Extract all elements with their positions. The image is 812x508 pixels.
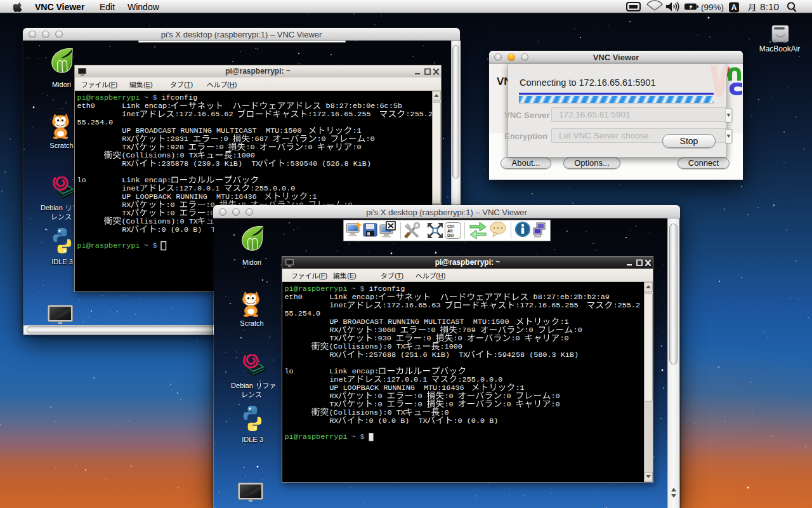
svg-text::0: :0 [551, 400, 560, 409]
svg-text::0: :0 [427, 326, 440, 335]
svg-text:TX: TX [285, 334, 339, 343]
svg-text:Debian: Debian [231, 382, 255, 389]
svg-text:RX: RX [77, 201, 131, 210]
svg-text::930: :930 [374, 334, 396, 343]
svg-text::0: :0 [219, 135, 233, 144]
svg-text:TX: TX [77, 143, 131, 152]
svg-text:(99%): (99%) [701, 3, 724, 12]
svg-text::255.2: :255.2 [613, 301, 640, 310]
svg-text:Del: Del [447, 233, 454, 237]
svg-text:RX: RX [285, 351, 339, 359]
svg-text::172.16.65.62: :172.16.65.62 [175, 110, 238, 119]
svg-text::0: :0 [374, 392, 387, 401]
svg-text::0 (0.0 B) TX: :0 (0.0 B) TX [365, 417, 428, 425]
svg-text:inet: inet [77, 184, 140, 193]
svg-text:Ctrl: Ctrl [447, 224, 454, 229]
svg-text::172.16.65.255: :172.16.65.255 [308, 110, 380, 119]
svg-text::257688 (251.6 KiB) TX: :257688 (251.6 KiB) TX [365, 351, 468, 359]
svg-text:ifconfig: ifconfig [157, 93, 198, 102]
svg-text:UP LOOPBACK RUNNING MTU:16436: UP LOOPBACK RUNNING MTU:16436 [285, 384, 473, 392]
svg-text:A: A [731, 3, 737, 12]
svg-text:(Collisions):0 TX: (Collisions):0 TX [329, 408, 405, 417]
svg-text::0: :0 [560, 334, 569, 343]
svg-text:inet: inet [77, 110, 140, 119]
svg-text::127.0.0.1: :127.0.0.1 [383, 375, 432, 384]
svg-text::1: :1 [353, 126, 362, 135]
svg-text::0: :0 [525, 326, 538, 335]
svg-text:(T): (T) [184, 81, 193, 88]
svg-text::769: :769 [458, 326, 480, 335]
svg-text:RX: RX [285, 392, 339, 401]
svg-text::1: :1 [516, 384, 525, 392]
svg-text::255.2: :255.2 [406, 110, 433, 119]
svg-text::0: :0 [445, 400, 458, 409]
svg-text::539540 (526.8 KiB): :539540 (526.8 KiB) [286, 159, 372, 168]
svg-text:(Collisions):0 TX: (Collisions):0 TX [122, 217, 198, 226]
svg-text::0: :0 [454, 334, 467, 343]
svg-text:~: ~ [347, 432, 360, 441]
svg-text:lo Link encap:: lo Link encap: [77, 176, 172, 185]
svg-text:lo Link encap:: lo Link encap: [285, 367, 379, 376]
svg-text:RX: RX [77, 159, 131, 168]
svg-text::0: :0 [511, 334, 525, 343]
svg-text::687: :687 [251, 135, 273, 144]
svg-text::1000: :1000 [233, 151, 255, 160]
svg-text:(F): (F) [318, 272, 327, 279]
svg-text::0 (0.0 B): :0 (0.0 B) [454, 417, 499, 425]
svg-text::594258 (580.3 KiB): :594258 (580.3 KiB) [494, 351, 579, 359]
svg-text::0: :0 [573, 326, 582, 335]
svg-text::1000: :1000 [440, 342, 462, 351]
svg-text::0: :0 [246, 143, 259, 152]
svg-text::2831: :2831 [166, 135, 193, 144]
svg-text::255.0.0.0: :255.0.0.0 [458, 375, 503, 384]
svg-text:RX: RX [77, 225, 131, 234]
svg-text:b8:27:eb:2b:b2:a9: b8:27:eb:2b:b2:a9 [529, 293, 610, 302]
svg-text:(T): (T) [395, 272, 403, 279]
svg-text::0: :0 [440, 408, 449, 417]
svg-text::0: :0 [414, 392, 427, 401]
svg-text::0: :0 [422, 334, 436, 343]
svg-text::0: :0 [304, 143, 317, 152]
svg-text:RX: RX [285, 326, 339, 335]
svg-text:UP LOOPBACK RUNNING MTU:16436: UP LOOPBACK RUNNING MTU:16436 [77, 192, 266, 201]
svg-text::172.16.65.255: :172.16.65.255 [516, 301, 587, 310]
svg-text:inet: inet [285, 375, 348, 384]
svg-text:pi@raspberrypi: pi@raspberrypi [77, 241, 140, 250]
svg-text:55.254.0: 55.254.0 [285, 309, 321, 318]
svg-text:(E): (E) [143, 81, 153, 88]
svg-text:(Collisions):0 TX: (Collisions):0 TX [329, 342, 405, 351]
svg-text::0: :0 [317, 135, 331, 144]
svg-text:~: ~ [140, 241, 153, 250]
svg-text::0: :0 [502, 392, 516, 401]
svg-text:(H): (H) [227, 81, 237, 88]
svg-text:~: ~ [347, 284, 360, 293]
svg-text:TX: TX [77, 209, 131, 218]
svg-text:$: $ [153, 241, 157, 250]
svg-text:UP BROADCAST RUNNING MULTICAST: UP BROADCAST RUNNING MULTICAST MTU:1500 [77, 126, 311, 135]
svg-text:Debian: Debian [41, 204, 65, 211]
svg-text:ifconfig: ifconfig [365, 284, 405, 293]
svg-text:~: ~ [140, 93, 153, 102]
svg-text:(E): (E) [347, 272, 357, 279]
svg-text::0: :0 [551, 392, 560, 401]
svg-text:RX: RX [77, 135, 131, 144]
svg-text::0: :0 [353, 143, 362, 152]
svg-text:8:10: 8:10 [760, 1, 780, 12]
svg-text::0 (0.0 B) TX: :0 (0.0 B) TX [157, 225, 220, 234]
svg-text:$: $ [360, 432, 365, 441]
svg-text:Alt: Alt [447, 229, 454, 233]
svg-text::172.16.65.63: :172.16.65.63 [383, 301, 445, 310]
svg-text:RX: RX [285, 417, 339, 425]
svg-text:pi@raspberrypi: pi@raspberrypi [285, 432, 348, 441]
svg-text::3060: :3060 [374, 326, 400, 335]
svg-text::0: :0 [374, 400, 387, 409]
svg-text:inet: inet [285, 301, 348, 310]
svg-text::0: :0 [366, 135, 375, 144]
svg-text::255.0.0.0: :255.0.0.0 [251, 184, 296, 193]
svg-text::235878 (230.3 KiB) TX: :235878 (230.3 KiB) TX [157, 159, 261, 168]
svg-text:UP BROADCAST RUNNING MULTICAST: UP BROADCAST RUNNING MULTICAST MTU:1500 [285, 318, 518, 326]
svg-text::928: :928 [166, 143, 188, 152]
svg-text:(H): (H) [436, 272, 445, 279]
svg-text::0: :0 [215, 143, 228, 152]
svg-text:(Collisions):0 TX: (Collisions):0 TX [122, 151, 198, 160]
